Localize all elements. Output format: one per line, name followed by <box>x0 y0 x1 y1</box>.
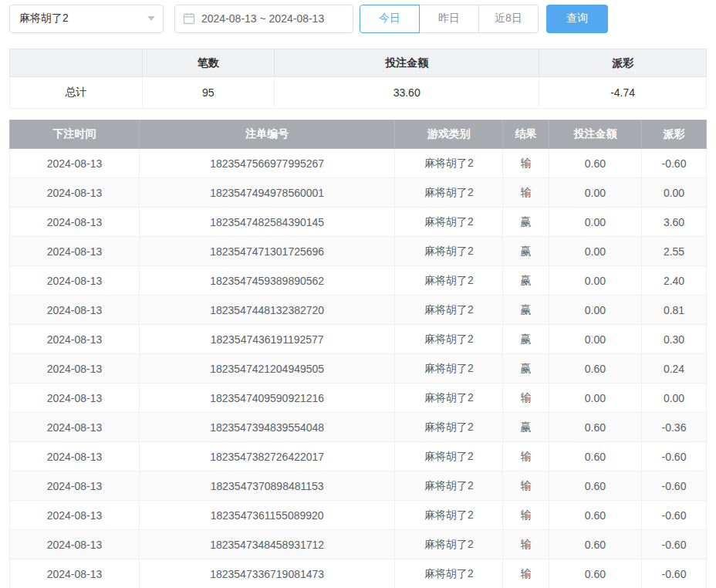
cell-bet-amount: 0.00 <box>549 237 641 266</box>
cell-order-id: 1823547361155089920 <box>139 501 394 530</box>
cell-result: 赢 <box>503 266 549 296</box>
cell-bet-time: 2024-08-13 <box>10 149 140 178</box>
cell-bet-amount: 0.60 <box>549 442 641 471</box>
cell-result: 赢 <box>503 208 549 237</box>
cell-payout: 0.24 <box>642 354 707 384</box>
table-row: 2024-08-131823547382726422017麻将胡了2输0.60-… <box>10 442 707 471</box>
table-row: 2024-08-131823547482584390145麻将胡了2赢0.003… <box>10 208 707 237</box>
table-row: 2024-08-131823547348458931712麻将胡了2输0.60-… <box>10 530 707 559</box>
summary-header-row: 笔数 投注金额 派彩 <box>10 49 707 77</box>
header-game-type: 游戏类别 <box>395 120 503 149</box>
summary-table: 笔数 投注金额 派彩 总计 95 33.60 -4.74 <box>9 49 707 109</box>
filter-toolbar: 麻将胡了2 2024-08-13 ~ 2024-08-13 今日 昨日 近8日 … <box>9 4 707 33</box>
game-select-value: 麻将胡了2 <box>19 12 69 25</box>
table-row: 2024-08-131823547566977995267麻将胡了2输0.60-… <box>10 149 707 178</box>
cell-game-type: 麻将胡了2 <box>395 266 503 296</box>
cell-game-type: 麻将胡了2 <box>395 501 503 530</box>
cell-bet-time: 2024-08-13 <box>10 208 140 237</box>
cell-bet-time: 2024-08-13 <box>10 354 140 384</box>
yesterday-button[interactable]: 昨日 <box>419 5 479 33</box>
cell-game-type: 麻将胡了2 <box>395 442 503 471</box>
today-button[interactable]: 今日 <box>360 5 420 33</box>
header-order-id: 注单编号 <box>139 120 394 149</box>
summary-total-row: 总计 95 33.60 -4.74 <box>10 77 707 109</box>
calendar-icon <box>183 12 195 25</box>
cell-game-type: 麻将胡了2 <box>395 384 503 413</box>
cell-result: 输 <box>503 442 549 471</box>
cell-game-type: 麻将胡了2 <box>395 296 503 325</box>
table-row: 2024-08-131823547459389890562麻将胡了2赢0.002… <box>10 266 707 296</box>
cell-order-id: 1823547382726422017 <box>139 442 394 471</box>
cell-result: 赢 <box>503 325 549 354</box>
table-row: 2024-08-131823547436191192577麻将胡了2赢0.000… <box>10 325 707 354</box>
cell-payout: -0.36 <box>642 413 707 442</box>
header-payout: 派彩 <box>642 120 707 149</box>
cell-game-type: 麻将胡了2 <box>395 237 503 266</box>
bet-records-table: 下注时间 注单编号 游戏类别 结果 投注金额 派彩 2024-08-131823… <box>9 120 707 588</box>
table-row: 2024-08-131823547471301725696麻将胡了2赢0.002… <box>10 237 707 266</box>
cell-bet-amount: 0.00 <box>549 384 641 413</box>
cell-result: 赢 <box>503 354 549 384</box>
cell-payout: -0.60 <box>642 559 707 588</box>
cell-bet-amount: 0.60 <box>549 530 641 559</box>
cell-game-type: 麻将胡了2 <box>395 530 503 559</box>
cell-result: 赢 <box>503 237 549 266</box>
cell-bet-time: 2024-08-13 <box>10 325 140 354</box>
cell-payout: 0.00 <box>642 384 707 413</box>
cell-bet-amount: 0.60 <box>549 354 641 384</box>
cell-bet-time: 2024-08-13 <box>10 442 140 471</box>
cell-bet-amount: 0.00 <box>549 208 641 237</box>
cell-bet-time: 2024-08-13 <box>10 530 140 559</box>
cell-bet-amount: 0.60 <box>549 413 641 442</box>
cell-bet-time: 2024-08-13 <box>10 237 140 266</box>
table-row: 2024-08-131823547494978560001麻将胡了2输0.000… <box>10 178 707 208</box>
cell-result: 输 <box>503 559 549 588</box>
cell-game-type: 麻将胡了2 <box>395 149 503 178</box>
cell-order-id: 1823547566977995267 <box>139 149 394 178</box>
date-range-input[interactable]: 2024-08-13 ~ 2024-08-13 <box>174 5 353 33</box>
cell-order-id: 1823547409590921216 <box>139 384 394 413</box>
summary-header-blank <box>10 49 143 77</box>
game-select[interactable]: 麻将胡了2 <box>9 5 164 33</box>
cell-bet-time: 2024-08-13 <box>10 266 140 296</box>
table-row: 2024-08-131823547394839554048麻将胡了2赢0.60-… <box>10 413 707 442</box>
cell-game-type: 麻将胡了2 <box>395 354 503 384</box>
cell-payout: 3.60 <box>642 208 707 237</box>
cell-result: 输 <box>503 384 549 413</box>
bet-table-body: 2024-08-131823547566977995267麻将胡了2输0.60-… <box>10 149 707 588</box>
cell-game-type: 麻将胡了2 <box>395 413 503 442</box>
cell-order-id: 1823547482584390145 <box>139 208 394 237</box>
cell-game-type: 麻将胡了2 <box>395 471 503 501</box>
cell-payout: 0.81 <box>642 296 707 325</box>
summary-header-count: 笔数 <box>142 49 275 77</box>
table-row: 2024-08-131823547448132382720麻将胡了2赢0.000… <box>10 296 707 325</box>
cell-bet-time: 2024-08-13 <box>10 384 140 413</box>
cell-order-id: 1823547421204949505 <box>139 354 394 384</box>
summary-total-count: 95 <box>142 77 275 109</box>
cell-result: 输 <box>503 471 549 501</box>
cell-payout: -0.60 <box>642 442 707 471</box>
cell-order-id: 1823547348458931712 <box>139 530 394 559</box>
cell-result: 赢 <box>503 413 549 442</box>
cell-bet-time: 2024-08-13 <box>10 559 140 588</box>
bet-records-page: 麻将胡了2 2024-08-13 ~ 2024-08-13 今日 昨日 近8日 … <box>0 0 716 588</box>
cell-game-type: 麻将胡了2 <box>395 178 503 208</box>
cell-payout: -0.60 <box>642 530 707 559</box>
cell-order-id: 1823547336719081473 <box>139 559 394 588</box>
summary-total-label: 总计 <box>10 77 143 109</box>
cell-order-id: 1823547471301725696 <box>139 237 394 266</box>
table-row: 2024-08-131823547421204949505麻将胡了2赢0.600… <box>10 354 707 384</box>
cell-bet-time: 2024-08-13 <box>10 471 140 501</box>
cell-bet-amount: 0.60 <box>549 501 641 530</box>
search-button[interactable]: 查询 <box>546 5 608 33</box>
cell-order-id: 1823547370898481153 <box>139 471 394 501</box>
cell-game-type: 麻将胡了2 <box>395 325 503 354</box>
cell-result: 输 <box>503 501 549 530</box>
last-8-days-button[interactable]: 近8日 <box>478 5 539 33</box>
cell-bet-time: 2024-08-13 <box>10 413 140 442</box>
cell-order-id: 1823547459389890562 <box>139 266 394 296</box>
cell-payout: -0.60 <box>642 149 707 178</box>
cell-bet-amount: 0.60 <box>549 471 641 501</box>
cell-order-id: 1823547394839554048 <box>139 413 394 442</box>
cell-order-id: 1823547436191192577 <box>139 325 394 354</box>
